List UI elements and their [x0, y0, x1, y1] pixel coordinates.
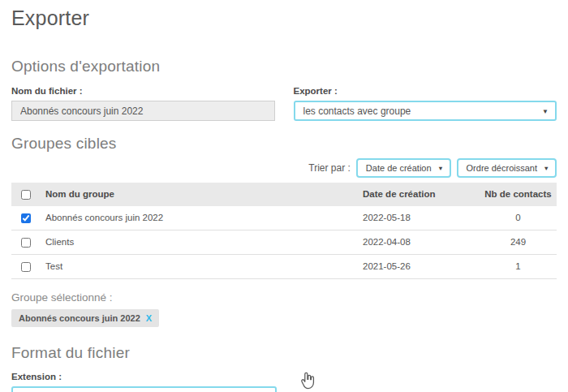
group-date: 2022-04-08 [358, 230, 480, 254]
extension-field-group: Extension : .xlsx ▼ [11, 372, 277, 392]
sort-order-select[interactable]: Ordre décroissant ▼ [457, 158, 557, 178]
format-section-heading: Format du fichier [11, 344, 557, 362]
hand-cursor-icon [299, 371, 316, 390]
groups-table: Nom du groupe Date de création Nb de con… [11, 183, 557, 279]
table-row: Abonnés concours juin 2022 2022-05-18 0 [11, 206, 557, 230]
chevron-down-icon: ▼ [542, 107, 549, 114]
filename-field-group: Nom du fichier : [11, 86, 275, 121]
sort-by-select[interactable]: Date de création ▼ [356, 158, 451, 178]
group-count: 0 [480, 206, 557, 230]
remove-tag-icon[interactable]: X [146, 313, 152, 323]
row-checkbox[interactable] [21, 262, 31, 272]
filename-label: Nom du fichier : [11, 86, 275, 96]
filename-input[interactable] [11, 101, 275, 121]
selected-group-tag-text: Abonnés concours juin 2022 [19, 313, 140, 323]
page-title: Exporter [11, 6, 557, 30]
column-header-count: Nb de contacts [480, 183, 557, 206]
export-options-row: Nom du fichier : Exporter : les contacts… [11, 86, 557, 121]
group-date: 2022-05-18 [358, 206, 480, 230]
export-type-field-group: Exporter : les contacts avec groupe ▼ [294, 86, 557, 121]
group-name: Clients [41, 230, 358, 254]
export-type-selected-value: les contacts avec groupe [303, 106, 411, 117]
table-row: Test 2021-05-26 1 [11, 254, 557, 278]
chevron-down-icon: ▼ [437, 165, 443, 172]
column-header-name: Nom du groupe [41, 183, 358, 206]
extension-label: Extension : [11, 372, 277, 381]
group-count: 249 [480, 230, 557, 254]
selected-group-label: Groupe sélectionné : [11, 291, 557, 304]
table-row: Clients 2022-04-08 249 [11, 230, 557, 254]
group-name: Abonnés concours juin 2022 [41, 206, 358, 230]
options-section-heading: Options d'exportation [11, 58, 557, 75]
group-count: 1 [480, 254, 557, 278]
export-type-label: Exporter : [294, 86, 557, 96]
extension-select[interactable]: .xlsx ▼ [11, 386, 277, 392]
selected-group-tag: Abonnés concours juin 2022 X [11, 309, 159, 327]
row-checkbox[interactable] [21, 238, 31, 248]
select-all-checkbox[interactable] [21, 190, 31, 200]
group-date: 2021-05-26 [358, 254, 480, 278]
sort-label: Trier par : [308, 162, 351, 174]
column-header-date: Date de création [358, 183, 480, 206]
sort-controls: Trier par : Date de création ▼ Ordre déc… [11, 158, 557, 178]
groups-table-header-row: Nom du groupe Date de création Nb de con… [11, 183, 557, 206]
export-type-select[interactable]: les contacts avec groupe ▼ [294, 101, 557, 121]
groups-section-heading: Groupes cibles [11, 135, 557, 153]
sort-by-selected-value: Date de création [366, 163, 432, 173]
sort-order-selected-value: Ordre décroissant [467, 163, 537, 173]
row-checkbox[interactable] [21, 213, 31, 223]
chevron-down-icon: ▼ [544, 165, 549, 172]
group-name: Test [41, 254, 358, 278]
